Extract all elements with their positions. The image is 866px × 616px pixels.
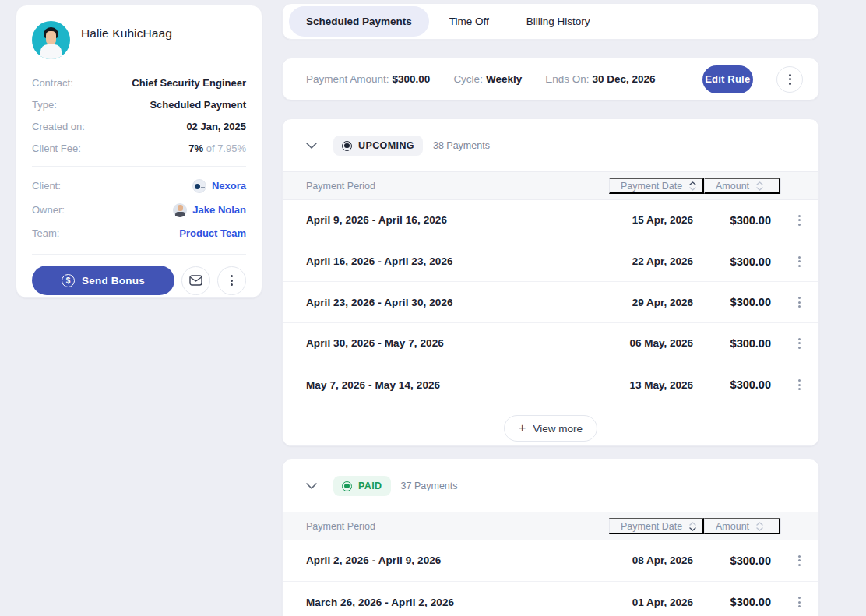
- payment-date-cell: 13 May, 2026: [609, 379, 704, 391]
- upcoming-section: UPCOMING 38 Payments Payment Period Paym…: [282, 118, 819, 446]
- row-more-button[interactable]: [794, 292, 805, 312]
- contract-row: Contract: Chief Security Engineer: [32, 72, 246, 93]
- payment-amount-cell: $300.00: [704, 296, 780, 308]
- owner-link[interactable]: Jake Nolan: [192, 204, 246, 216]
- tab-time-off[interactable]: Time Off: [432, 6, 506, 37]
- payment-rule-bar: Payment Amount:$300.00 Cycle:Weekly Ends…: [282, 58, 819, 100]
- view-more-label: View more: [533, 423, 583, 435]
- client-fee-percent: 7%: [188, 143, 203, 154]
- paid-status-badge: PAID: [333, 476, 391, 496]
- send-bonus-button[interactable]: $ Send Bonus: [32, 266, 174, 295]
- column-header-payment-period: Payment Period: [283, 181, 609, 192]
- column-header-actions: [780, 518, 818, 534]
- row-more-button[interactable]: [794, 592, 805, 612]
- tab-bar: Scheduled Payments Time Off Billing Hist…: [282, 3, 819, 40]
- paid-rows: April 2, 2026 - April 9, 2026 08 Apr, 20…: [283, 540, 818, 616]
- payment-amount-item: Payment Amount:$300.00: [306, 73, 430, 85]
- view-more-wrap: + View more: [283, 405, 818, 442]
- profile-actions: $ Send Bonus: [32, 266, 246, 295]
- divider: [32, 254, 246, 255]
- row-more-button[interactable]: [794, 551, 805, 571]
- team-row: Team: Product Team: [32, 222, 246, 244]
- payment-row: April 23, 2026 - April 30, 2026 29 Apr, …: [283, 282, 818, 323]
- edit-rule-button[interactable]: Edit Rule: [702, 65, 753, 93]
- ends-on-label: Ends On:: [545, 73, 589, 85]
- payment-period-cell: April 9, 2026 - April 16, 2026: [283, 214, 609, 226]
- cycle-value: Weekly: [486, 73, 522, 85]
- payment-amount-cell: $300.00: [704, 378, 780, 391]
- rule-more-button[interactable]: [776, 66, 803, 93]
- avatar-shirt: [40, 44, 62, 59]
- upcoming-collapse-button[interactable]: [305, 141, 319, 150]
- kebab-icon: [798, 338, 801, 349]
- payment-amount-label: Payment Amount:: [306, 73, 389, 85]
- payment-amount-cell: $300.00: [704, 214, 780, 227]
- amount-header-label: Amount: [716, 521, 749, 532]
- payment-period-cell: April 23, 2026 - April 30, 2026: [283, 297, 609, 308]
- paid-section: PAID 37 Payments Payment Period Payment …: [282, 459, 819, 616]
- ends-on-value: 30 Dec, 2026: [592, 73, 655, 85]
- row-more-button[interactable]: [794, 252, 805, 272]
- sort-icon: [689, 181, 696, 191]
- payment-amount-cell: $300.00: [704, 596, 780, 608]
- payment-row: April 16, 2026 - April 23, 2026 22 Apr, …: [283, 241, 818, 283]
- payment-row: May 7, 2026 - May 14, 2026 13 May, 2026 …: [283, 364, 818, 406]
- message-button[interactable]: [181, 266, 210, 295]
- upcoming-table-header: Payment Period Payment Date Amount: [283, 171, 818, 200]
- payment-date-header-label: Payment Date: [621, 181, 682, 192]
- kebab-icon: [798, 256, 801, 267]
- ends-on-item: Ends On:30 Dec, 2026: [545, 73, 655, 85]
- profile-card: Halie KuhicHaag Contract: Chief Security…: [16, 5, 262, 298]
- contract-label: Contract:: [32, 77, 73, 89]
- sort-icon: [756, 522, 763, 531]
- paid-section-header: PAID 37 Payments: [283, 459, 818, 512]
- owner-avatar: [173, 203, 187, 217]
- upcoming-count: 38 Payments: [433, 140, 490, 151]
- tab-scheduled-payments[interactable]: Scheduled Payments: [289, 6, 429, 37]
- kebab-icon: [798, 379, 801, 390]
- kebab-icon: [798, 597, 801, 607]
- upcoming-badge-label: UPCOMING: [358, 140, 414, 151]
- row-more-button[interactable]: [794, 210, 805, 231]
- payment-period-cell: April 2, 2026 - April 9, 2026: [283, 554, 609, 566]
- column-header-amount[interactable]: Amount: [704, 518, 780, 534]
- payment-date-header-label: Payment Date: [621, 521, 682, 532]
- client-link[interactable]: Nexora: [212, 180, 246, 192]
- row-more-button[interactable]: [794, 375, 805, 395]
- profile-more-button[interactable]: [217, 266, 246, 295]
- team-link[interactable]: Product Team: [179, 227, 246, 239]
- view-more-button[interactable]: + View more: [504, 415, 597, 442]
- payment-amount-cell: $300.00: [704, 255, 780, 268]
- created-on-row: Created on: 02 Jan, 2025: [32, 115, 246, 137]
- created-on-value: 02 Jan, 2025: [186, 121, 246, 132]
- client-fee-label: Client Fee:: [32, 143, 81, 154]
- owner-row: Owner: Jake Nolan: [32, 198, 246, 222]
- paid-badge-label: PAID: [358, 480, 382, 491]
- row-more-button[interactable]: [794, 333, 805, 354]
- column-header-amount[interactable]: Amount: [704, 178, 780, 194]
- client-fee-row: Client Fee: 7% of 7.95%: [32, 137, 246, 159]
- tab-billing-history[interactable]: Billing History: [509, 6, 607, 37]
- type-value: Scheduled Payment: [150, 99, 246, 111]
- sort-icon: [689, 522, 696, 531]
- plus-icon: +: [519, 422, 526, 435]
- kebab-icon: [798, 215, 801, 226]
- created-on-label: Created on:: [32, 121, 85, 132]
- payment-row: April 30, 2026 - May 7, 2026 06 May, 202…: [283, 323, 818, 364]
- column-header-payment-date[interactable]: Payment Date: [609, 178, 704, 194]
- payment-period-cell: May 7, 2026 - May 14, 2026: [283, 379, 609, 391]
- main-content: Scheduled Payments Time Off Billing Hist…: [282, 0, 819, 616]
- column-header-payment-date[interactable]: Payment Date: [609, 518, 704, 534]
- payment-row: March 26, 2026 - April 2, 2026 01 Apr, 2…: [283, 582, 818, 616]
- chevron-down-icon: [306, 143, 317, 149]
- status-dot-icon: [342, 141, 352, 151]
- cycle-label: Cycle:: [453, 73, 483, 85]
- sort-icon: [756, 181, 763, 191]
- contract-value: Chief Security Engineer: [132, 77, 246, 89]
- payment-row: April 9, 2026 - April 16, 2026 15 Apr, 2…: [283, 200, 818, 241]
- client-logo-icon: [192, 179, 206, 193]
- payment-date-cell: 06 May, 2026: [609, 337, 704, 349]
- client-fee-value: 7% of 7.95%: [188, 143, 246, 154]
- payment-date-cell: 01 Apr, 2026: [609, 597, 704, 608]
- paid-collapse-button[interactable]: [305, 481, 319, 491]
